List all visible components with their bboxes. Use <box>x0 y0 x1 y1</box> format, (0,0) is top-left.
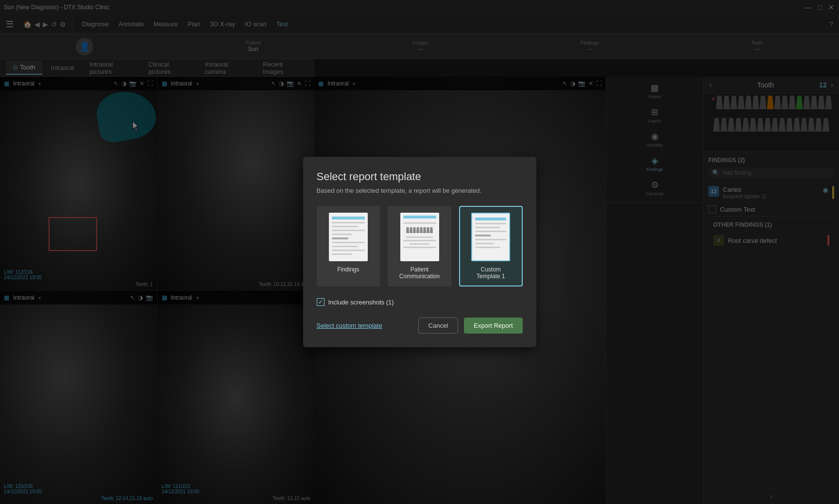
modal-title: Select report template <box>317 170 523 183</box>
include-screenshots-checkbox[interactable]: ✓ <box>317 298 325 306</box>
select-report-modal: Select report template Based on the sele… <box>303 157 536 347</box>
template-card-custom[interactable]: CustomTemplate 1 <box>459 206 523 286</box>
tp-tooth-6 <box>423 227 426 233</box>
template-grid: Findings <box>317 206 523 286</box>
tp-comm-line-3 <box>403 240 436 241</box>
tp-custom-line-6 <box>475 247 500 248</box>
tp-line-8 <box>332 253 352 255</box>
tp-tooth-4 <box>416 227 419 233</box>
checkbox-label: Include screenshots (1) <box>328 299 394 306</box>
template-name-custom: CustomTemplate 1 <box>477 266 505 280</box>
custom-preview-content <box>472 214 509 252</box>
template-name-findings: Findings <box>337 266 359 273</box>
select-custom-template-link[interactable]: Select custom template <box>317 322 382 329</box>
patient-comm-preview-content <box>400 213 439 251</box>
modal-subtitle: Based on the selected template, a report… <box>317 187 523 194</box>
tp-tooth-7 <box>427 227 429 233</box>
tp-tooth-2 <box>410 227 412 233</box>
cancel-button[interactable]: Cancel <box>418 318 458 334</box>
tp-custom-line-2 <box>475 227 500 228</box>
tp-comm-line-4 <box>410 243 429 245</box>
template-preview-findings <box>329 213 368 261</box>
checkbox-row: ✓ Include screenshots (1) <box>317 298 523 306</box>
tp-tooth-chart <box>406 227 433 233</box>
template-card-patient-comm[interactable]: PatientCommunication <box>388 206 451 286</box>
tp-section-1 <box>332 237 348 239</box>
tp-header-1 <box>332 217 365 219</box>
check-icon: ✓ <box>318 299 323 305</box>
tp-custom-line-4 <box>475 239 506 240</box>
tp-tooth-5 <box>420 227 423 233</box>
tp-tooth-1 <box>406 227 409 233</box>
modal-overlay: Select report template Based on the sele… <box>0 0 839 504</box>
tp-comm-line-2 <box>406 236 432 238</box>
tp-line-2 <box>332 226 358 227</box>
modal-footer: Select custom template Cancel Export Rep… <box>317 318 523 334</box>
tp-line-4 <box>332 234 352 235</box>
tp-tooth-3 <box>413 227 416 233</box>
tp-comm-line-1 <box>403 222 436 224</box>
tp-custom-section <box>475 235 491 236</box>
tp-line-3 <box>332 230 365 231</box>
tp-comm-line-5 <box>403 247 436 248</box>
template-name-patient-comm: PatientCommunication <box>399 266 440 280</box>
tp-custom-line-1 <box>475 223 506 224</box>
template-preview-patient-comm <box>400 213 439 261</box>
export-report-button[interactable]: Export Report <box>464 318 522 334</box>
tp-tooth-8 <box>430 227 433 233</box>
modal-buttons: Cancel Export Report <box>418 318 523 334</box>
tp-custom-line-3 <box>475 231 506 232</box>
tp-line-6 <box>332 246 358 247</box>
findings-preview-content <box>329 213 368 259</box>
tp-header-3 <box>475 218 506 220</box>
tp-line-5 <box>332 242 365 243</box>
template-card-findings[interactable]: Findings <box>317 206 380 286</box>
tp-line-7 <box>332 250 365 251</box>
tp-line-1 <box>332 222 365 223</box>
template-preview-custom <box>471 213 510 261</box>
tp-custom-line-5 <box>475 243 494 244</box>
tp-header-2 <box>403 216 436 218</box>
